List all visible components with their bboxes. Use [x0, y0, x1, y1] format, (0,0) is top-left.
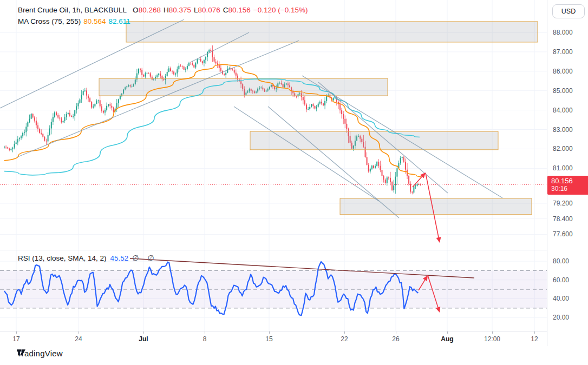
candle-body: [101, 107, 102, 111]
candle-body: [148, 73, 149, 74]
candle-body: [32, 114, 34, 118]
change-value: −0.120 (−0.15%): [253, 6, 308, 14]
candle-body: [9, 149, 10, 150]
supply-demand-zone-4[interactable]: [340, 198, 532, 215]
candle-body: [381, 170, 382, 176]
candle-body: [306, 104, 307, 109]
ma-cross-title[interactable]: MA Cross (75, 255): [18, 17, 81, 25]
candle-body: [185, 69, 186, 69]
time-axis-label[interactable]: Aug: [441, 335, 453, 343]
ma-fast-value: 80.564: [83, 17, 106, 25]
time-axis[interactable]: 1724Jul8152226Aug12:0012: [0, 331, 547, 346]
rsi-axis-label[interactable]: 80.00: [553, 257, 569, 265]
candle-body: [141, 70, 142, 75]
candle-body: [88, 96, 89, 98]
candle-body: [202, 61, 203, 63]
price-axis-label[interactable]: 86.000: [553, 68, 573, 75]
candle-body: [368, 165, 369, 171]
last-price: 80.156: [551, 177, 588, 185]
candle-body: [143, 75, 144, 77]
price-axis-label[interactable]: 84.000: [553, 107, 573, 114]
candle-body: [193, 65, 194, 68]
candle-body: [296, 96, 297, 97]
candle-body: [62, 121, 63, 123]
symbol-title[interactable]: Brent Crude Oil, 1h, BLACKBULL: [18, 6, 127, 14]
price-axis-label[interactable]: 87.000: [553, 48, 573, 56]
candle-body: [311, 104, 312, 107]
price-axis-label[interactable]: 82.000: [553, 145, 573, 152]
candle-body: [308, 109, 309, 110]
candle-body: [199, 59, 200, 59]
candle-body: [140, 69, 141, 70]
last-price-tag: 80.156 30:16: [547, 176, 588, 195]
rsi-indicator-pane[interactable]: [0, 250, 547, 331]
price-axis-label[interactable]: 83.000: [553, 126, 573, 134]
candle-body: [39, 129, 40, 132]
time-tick: [205, 331, 205, 334]
pane-separator[interactable]: [0, 250, 547, 250]
candle-body: [104, 110, 106, 112]
supply-demand-zone-2[interactable]: [99, 78, 388, 96]
candle-body: [343, 114, 344, 119]
tradingview-chart-window: Brent Crude Oil, 1h, BLACKBULL O80.268 H…: [0, 0, 588, 365]
candle-body: [108, 104, 109, 106]
candle-body: [411, 191, 413, 193]
candle-body: [170, 68, 171, 71]
trendline-7[interactable]: [234, 107, 379, 201]
time-axis-label[interactable]: Jul: [139, 335, 148, 343]
candle-body: [37, 125, 38, 129]
candle-body: [7, 147, 8, 148]
candle-body: [236, 72, 237, 75]
candle-body: [205, 57, 206, 59]
candle-body: [86, 90, 87, 95]
time-axis-label[interactable]: 17: [12, 335, 19, 343]
candle-body: [318, 104, 319, 107]
price-axis-label[interactable]: 77.600: [553, 230, 573, 238]
rsi-axis-label[interactable]: 40.00: [553, 295, 569, 302]
time-tick: [396, 331, 396, 334]
candle-body: [36, 121, 37, 125]
candle-body: [208, 50, 210, 52]
price-axis-label[interactable]: 85.000: [553, 87, 573, 95]
time-axis-label[interactable]: 12: [531, 335, 538, 343]
candle-body: [158, 74, 159, 75]
candle-body: [304, 100, 305, 104]
candle-body: [180, 66, 181, 67]
main-price-chart[interactable]: [0, 0, 547, 250]
time-axis-label[interactable]: 26: [392, 335, 399, 343]
candle-body: [54, 112, 55, 117]
time-axis-label[interactable]: 8: [203, 335, 207, 343]
candle-body: [14, 144, 15, 148]
price-axis-label[interactable]: 79.200: [553, 200, 573, 207]
candle-body: [395, 177, 396, 185]
rsi-axis-label[interactable]: 60.00: [553, 276, 569, 284]
rsi-value: 45.52: [110, 254, 129, 262]
price-axis-label[interactable]: 78.400: [553, 215, 573, 223]
time-axis-label[interactable]: 15: [265, 335, 272, 343]
tradingview-logo[interactable]: TradingView: [17, 349, 63, 358]
candle-body: [19, 138, 20, 140]
candle-body: [61, 118, 62, 122]
ma-slow-value: 82.611: [109, 17, 130, 25]
candle-body: [213, 57, 214, 62]
price-axis[interactable]: 88.00087.00086.00085.00084.00083.00082.0…: [547, 0, 588, 346]
price-axis-label[interactable]: 81.000: [553, 164, 573, 172]
candle-body: [388, 177, 389, 178]
candle-body: [212, 51, 213, 57]
time-axis-label[interactable]: 22: [341, 335, 348, 343]
price-axis-label[interactable]: 88.000: [553, 29, 573, 36]
rsi-axis-label[interactable]: 20.00: [553, 314, 569, 321]
candle-body: [207, 52, 208, 57]
candle-body: [393, 185, 394, 190]
supply-demand-zone-3[interactable]: [250, 131, 498, 150]
candle-body: [195, 63, 196, 68]
time-axis-label[interactable]: 24: [75, 335, 82, 343]
candle-body: [5, 147, 6, 148]
rsi-hidden-values: ∅ ∅: [132, 254, 157, 262]
candle-body: [68, 113, 69, 114]
time-axis-label[interactable]: 12:00: [484, 335, 500, 343]
candle-body: [197, 59, 198, 63]
rsi-title[interactable]: RSI (13, close, SMA, 14, 2): [18, 254, 107, 262]
time-tick: [143, 331, 144, 334]
candle-body: [346, 124, 347, 129]
